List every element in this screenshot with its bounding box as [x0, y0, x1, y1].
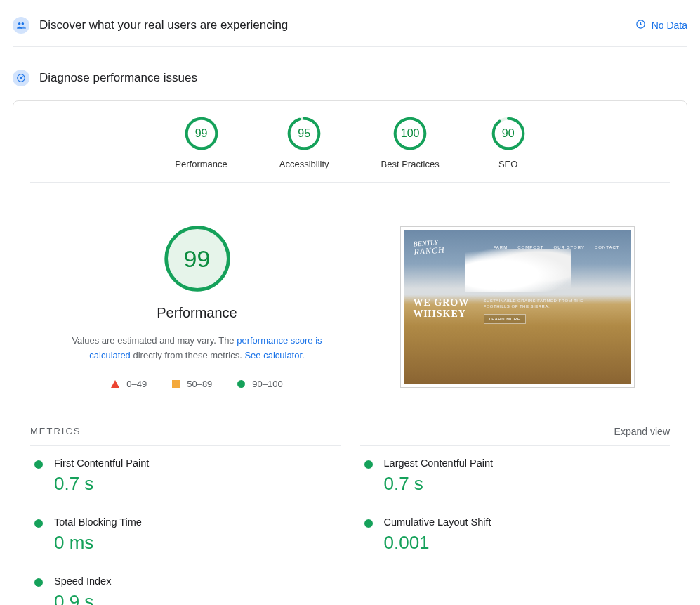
- metrics-title: METRICS: [30, 426, 81, 436]
- gauge-score: 90: [491, 117, 525, 150]
- metric-value: 0.7 s: [54, 473, 341, 495]
- gauge-ring: 95: [287, 117, 321, 150]
- gauge-label: Performance: [175, 159, 227, 169]
- triangle-icon: [111, 380, 119, 388]
- legend-mid: 50–89: [172, 379, 212, 389]
- no-data-link[interactable]: No Data: [635, 19, 687, 32]
- gauge-seo[interactable]: 90 SEO: [491, 117, 525, 169]
- gauge-ring: 100: [393, 117, 427, 150]
- gauge-score: 99: [185, 117, 218, 150]
- see-calculator-link[interactable]: See calculator.: [244, 350, 304, 360]
- gauge-performance[interactable]: 99 Performance: [175, 117, 227, 169]
- category-gauges-row: 99 Performance 95 Accessibility 100 Best…: [30, 101, 670, 183]
- metric-name: Cumulative Layout Shift: [384, 516, 671, 528]
- performance-big-gauge: 99: [164, 225, 231, 292]
- status-dot-icon: [34, 460, 43, 469]
- screenshot-hero: WE GROW WHISKEY: [414, 297, 470, 320]
- perf-desc-text2: directly from these metrics.: [131, 350, 245, 360]
- performance-category-label: Performance: [157, 305, 237, 321]
- screenshot-cta: LEARN MORE: [484, 314, 527, 324]
- gauge-ring: 90: [491, 117, 525, 150]
- gauge-label: Accessibility: [279, 159, 329, 169]
- no-data-label: No Data: [652, 20, 687, 31]
- status-dot-icon: [364, 460, 373, 469]
- metric-name: Largest Contentful Paint: [384, 457, 671, 469]
- metric-value: 0.9 s: [54, 591, 341, 605]
- circle-icon: [237, 380, 245, 388]
- metric-name: Total Blocking Time: [54, 516, 341, 528]
- legend-low: 0–49: [111, 379, 147, 389]
- diagnose-title: Diagnose performance issues: [39, 71, 687, 85]
- diagnose-header: Diagnose performance issues: [13, 65, 687, 100]
- perf-desc-text: Values are estimated and may vary. The: [72, 335, 237, 346]
- status-dot-icon: [34, 578, 43, 587]
- metric-name: Speed Index: [54, 575, 341, 587]
- screenshot-nav: FARM COMPOST OUR STORY CONTACT: [493, 245, 619, 249]
- square-icon: [172, 380, 180, 388]
- metric-name: First Contentful Paint: [54, 457, 341, 469]
- status-dot-icon: [34, 519, 43, 528]
- metric-value: 0.001: [384, 532, 671, 554]
- users-icon: [13, 17, 29, 34]
- legend-low-label: 0–49: [126, 379, 147, 389]
- legend-high: 90–100: [237, 379, 282, 389]
- screenshot-panel: BENTLY RANCH FARM COMPOST OUR STORY CONT…: [364, 225, 670, 389]
- gauge-label: Best Practices: [381, 159, 440, 169]
- discover-header: Discover what your real users are experi…: [13, 13, 687, 46]
- metrics-header: METRICS Expand view: [13, 426, 687, 437]
- status-dot-icon: [364, 519, 373, 528]
- metric-first-contentful-paint: First Contentful Paint 0.7 s: [30, 445, 341, 505]
- report-card: 99 Performance 95 Accessibility 100 Best…: [13, 100, 687, 605]
- metric-value: 0.7 s: [384, 473, 671, 495]
- gauge-best-practices[interactable]: 100 Best Practices: [381, 117, 440, 169]
- metrics-grid: First Contentful Paint 0.7 s Largest Con…: [13, 445, 687, 605]
- clock-icon: [635, 19, 646, 32]
- expand-view-link[interactable]: Expand view: [614, 426, 670, 437]
- metric-total-blocking-time: Total Blocking Time 0 ms: [30, 505, 341, 564]
- performance-description: Values are estimated and may vary. The p…: [57, 334, 338, 363]
- screenshot-logo: BENTLY RANCH: [413, 238, 445, 256]
- gauge-score: 95: [287, 117, 321, 150]
- gauge-label: SEO: [498, 159, 517, 169]
- gauge-ring: 99: [185, 117, 218, 150]
- svg-line-5: [21, 77, 23, 78]
- gauge-score: 100: [393, 117, 427, 150]
- legend-high-label: 90–100: [252, 379, 282, 389]
- legend-mid-label: 50–89: [187, 379, 212, 389]
- divider: [13, 46, 687, 47]
- metric-largest-contentful-paint: Largest Contentful Paint 0.7 s: [360, 445, 671, 505]
- gauge-icon: [13, 70, 29, 86]
- svg-point-0: [18, 22, 21, 25]
- score-legend: 0–49 50–89 90–100: [111, 379, 282, 389]
- metric-value: 0 ms: [54, 532, 341, 554]
- metric-cumulative-layout-shift: Cumulative Layout Shift 0.001: [360, 505, 671, 564]
- performance-summary: 99 Performance Values are estimated and …: [30, 225, 364, 389]
- page-screenshot[interactable]: BENTLY RANCH FARM COMPOST OUR STORY CONT…: [400, 226, 635, 388]
- gauge-accessibility[interactable]: 95 Accessibility: [279, 117, 329, 169]
- performance-detail: 99 Performance Values are estimated and …: [13, 183, 687, 417]
- metric-speed-index: Speed Index 0.9 s: [30, 564, 341, 605]
- performance-big-score: 99: [164, 225, 231, 292]
- discover-title: Discover what your real users are experi…: [39, 18, 626, 32]
- svg-point-1: [22, 22, 24, 25]
- screenshot-subhead: SUSTAINABLE GRAINS FARMED FROM THE FOOTH…: [484, 299, 603, 310]
